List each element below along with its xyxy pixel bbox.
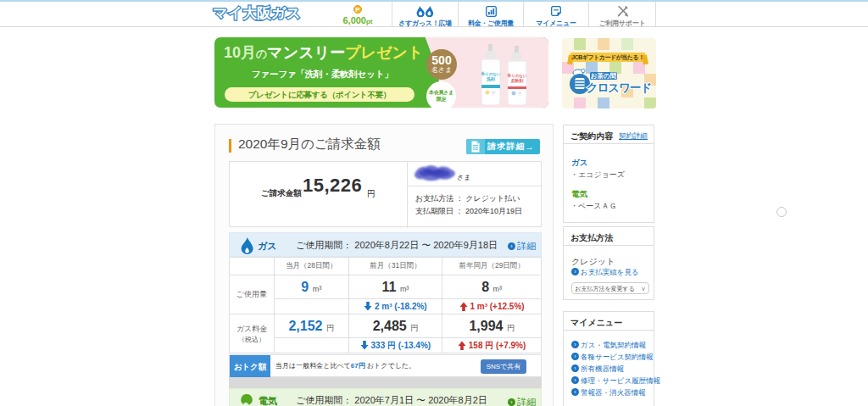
svg-text:クロスワード: クロスワード [587,81,652,94]
svg-text:洗剤: 洗剤 [486,76,495,82]
svg-text:お茶の間: お茶の間 [591,72,617,80]
svg-text:柔軟剤: 柔軟剤 [510,78,524,83]
